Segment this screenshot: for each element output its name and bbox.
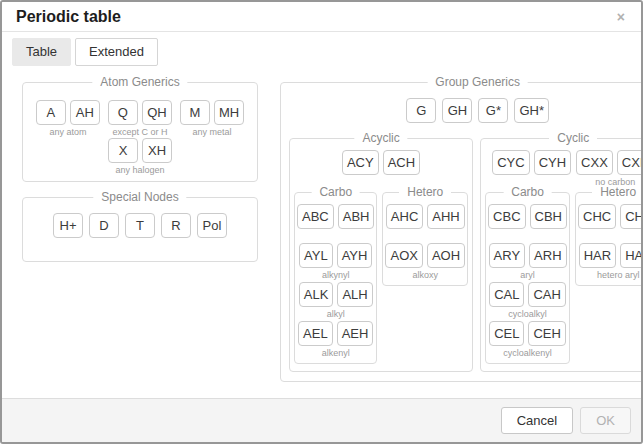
- acyclic-hetero-fieldset: Hetero AHC AHH: [382, 192, 468, 286]
- cyclic-legend: Cyclic: [549, 131, 597, 145]
- button-cel[interactable]: CEL: [489, 321, 524, 346]
- button-cal[interactable]: CAL: [489, 282, 524, 307]
- pair-caption: alkyl: [327, 309, 345, 320]
- button-g-star[interactable]: G*: [478, 98, 508, 123]
- button-cyh[interactable]: CYH: [534, 150, 571, 175]
- button-har[interactable]: HAR: [579, 243, 616, 268]
- button-cxx[interactable]: CXX: [576, 150, 613, 175]
- close-icon[interactable]: ×: [615, 8, 627, 26]
- button-aox[interactable]: AOX: [385, 243, 422, 268]
- dialog-footer: Cancel OK: [2, 398, 641, 442]
- button-g[interactable]: G: [406, 98, 436, 123]
- group-generics-fieldset: Group Generics G GH G* GH* Acyclic ACY: [280, 82, 641, 382]
- cyclic-hetero-legend: Hetero: [592, 185, 641, 199]
- acyclic-carbo-fieldset: Carbo ABC ABH: [294, 192, 377, 364]
- cyclic-carbo-legend: Carbo: [503, 185, 552, 199]
- tab-bar: Table Extended: [2, 32, 641, 66]
- pair-group-any-halogen: X XH any halogen: [108, 138, 172, 176]
- button-ceh[interactable]: CEH: [528, 321, 565, 346]
- button-xh[interactable]: XH: [142, 138, 172, 163]
- cyclic-carbo-fieldset: Carbo CBC CBH: [485, 192, 570, 364]
- acyclic-carbo-legend: Carbo: [311, 185, 360, 199]
- button-h-plus[interactable]: H+: [53, 213, 83, 238]
- button-abh[interactable]: ABH: [338, 204, 375, 229]
- button-cah[interactable]: CAH: [528, 282, 565, 307]
- button-ach[interactable]: ACH: [383, 150, 420, 175]
- button-ahc[interactable]: AHC: [386, 204, 423, 229]
- button-arh[interactable]: ARH: [529, 243, 566, 268]
- periodic-table-dialog: Periodic table × Table Extended Atom Gen…: [0, 0, 643, 444]
- pair-caption: alkoxy: [413, 270, 439, 281]
- ok-button[interactable]: OK: [580, 407, 631, 434]
- pair-caption: cycloalkyl: [508, 309, 547, 320]
- pair-group-any-metal: M MH any metal: [180, 100, 244, 138]
- atom-generics-row-2: X XH any halogen: [31, 138, 249, 176]
- pair-caption: any atom: [49, 127, 86, 138]
- button-d[interactable]: D: [89, 213, 119, 238]
- dialog-title: Periodic table: [16, 8, 121, 26]
- dialog-content: Atom Generics A AH any atom Q QH: [2, 66, 641, 398]
- pair-caption: any halogen: [115, 165, 164, 176]
- atom-generics-row-1: A AH any atom Q QH except C or H: [31, 100, 249, 138]
- acyclic-legend: Acyclic: [354, 131, 407, 145]
- button-mh[interactable]: MH: [214, 100, 244, 125]
- button-ah[interactable]: AH: [70, 100, 100, 125]
- dialog-titlebar: Periodic table ×: [2, 2, 641, 32]
- button-cyc[interactable]: CYC: [492, 150, 529, 175]
- button-acy[interactable]: ACY: [342, 150, 379, 175]
- button-t[interactable]: T: [125, 213, 155, 238]
- tab-extended[interactable]: Extended: [75, 38, 158, 66]
- special-nodes-fieldset: Special Nodes H+ D T R Pol: [22, 197, 258, 262]
- left-column: Atom Generics A AH any atom Q QH: [22, 82, 258, 262]
- button-ahh[interactable]: AHH: [427, 204, 464, 229]
- button-cbh[interactable]: CBH: [530, 204, 567, 229]
- atom-generics-legend: Atom Generics: [92, 75, 187, 89]
- pair-caption: cycloalkenyl: [503, 348, 552, 359]
- button-pol[interactable]: Pol: [197, 213, 227, 238]
- button-aeh[interactable]: AEH: [337, 321, 374, 346]
- pair-caption: hetero aryl: [597, 270, 640, 281]
- cancel-button[interactable]: Cancel: [501, 407, 573, 434]
- acyclic-fieldset: Acyclic ACY ACH Carbo: [289, 138, 473, 372]
- button-aoh[interactable]: AOH: [427, 243, 465, 268]
- button-alk[interactable]: ALK: [299, 282, 334, 307]
- button-m[interactable]: M: [180, 100, 210, 125]
- right-column: Group Generics G GH G* GH* Acyclic ACY: [280, 82, 641, 382]
- button-cbc[interactable]: CBC: [488, 204, 525, 229]
- button-chh[interactable]: CHH: [620, 204, 641, 229]
- atom-generics-fieldset: Atom Generics A AH any atom Q QH: [22, 82, 258, 182]
- button-ayl[interactable]: AYL: [299, 243, 333, 268]
- button-r[interactable]: R: [161, 213, 191, 238]
- pair-group-any-atom: A AH any atom: [36, 100, 100, 138]
- button-gh[interactable]: GH: [442, 98, 472, 123]
- button-gh-star[interactable]: GH*: [514, 98, 549, 123]
- button-cxh[interactable]: CXH: [617, 150, 641, 175]
- button-hah[interactable]: HAH: [620, 243, 641, 268]
- button-chc[interactable]: CHC: [578, 204, 616, 229]
- button-ael[interactable]: AEL: [298, 321, 333, 346]
- button-q[interactable]: Q: [108, 100, 138, 125]
- group-generics-legend: Group Generics: [427, 75, 528, 89]
- acyclic-hetero-legend: Hetero: [399, 185, 451, 199]
- button-abc[interactable]: ABC: [297, 204, 334, 229]
- pair-group-except-c-or-h: Q QH except C or H: [108, 100, 172, 138]
- cyclic-hetero-fieldset: Hetero CHC CHH: [575, 192, 641, 286]
- pair-caption: any metal: [192, 127, 231, 138]
- button-x[interactable]: X: [108, 138, 138, 163]
- button-qh[interactable]: QH: [142, 100, 172, 125]
- pair-caption: except C or H: [112, 127, 167, 138]
- special-nodes-row: H+ D T R Pol: [31, 213, 249, 238]
- button-alh[interactable]: ALH: [337, 282, 372, 307]
- group-generics-top-row: G GH G* GH*: [289, 98, 641, 123]
- pair-caption: alkynyl: [322, 270, 350, 281]
- special-nodes-legend: Special Nodes: [93, 190, 186, 204]
- pair-caption: alkenyl: [322, 348, 350, 359]
- tab-table[interactable]: Table: [12, 38, 71, 66]
- pair-caption: aryl: [520, 270, 535, 281]
- button-ary[interactable]: ARY: [489, 243, 526, 268]
- button-ayh[interactable]: AYH: [337, 243, 373, 268]
- button-a[interactable]: A: [36, 100, 66, 125]
- cyclic-fieldset: Cyclic CYC CYH CXX: [480, 138, 641, 372]
